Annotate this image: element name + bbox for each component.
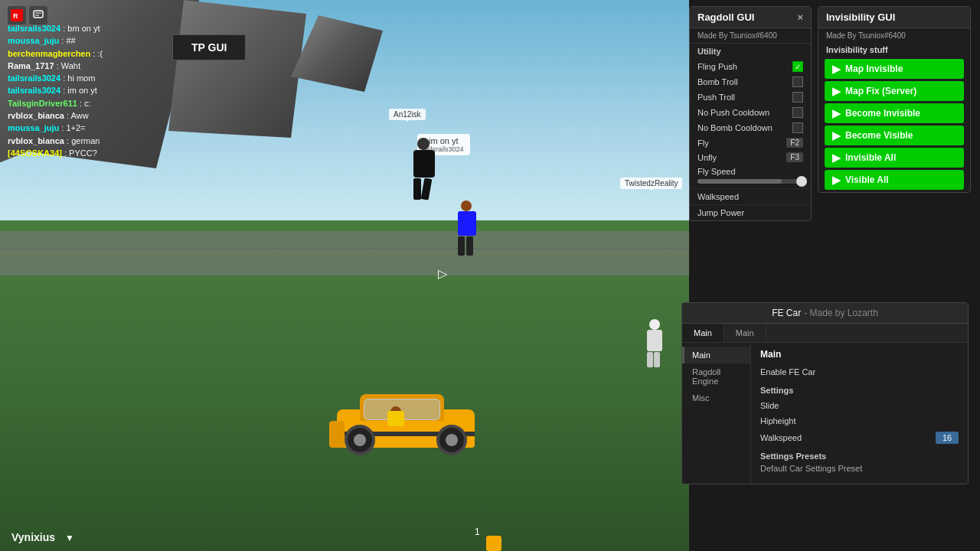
map-invisible-button[interactable]: ▶ Map Invisible [825, 59, 964, 79]
fe-car-main-content: Main Enable FE Car Settings Slide Hiphei… [751, 343, 968, 484]
bomb-troll-label: Bomb Troll [697, 77, 738, 86]
road-line [0, 248, 689, 249]
fling-push-label: Fling Push [697, 62, 737, 71]
enable-fe-car-row: Enable FE Car [760, 364, 959, 380]
chat-name: Rama_1717 [8, 61, 54, 70]
walkspeed-setting-label: Walkspeed [760, 433, 802, 442]
ragdoll-bomb-troll-row: Bomb Troll [690, 74, 811, 90]
visible-all-button[interactable]: ▶ Visible All [825, 170, 964, 190]
hipheight-row: Hipheight [760, 413, 959, 429]
no-bomb-cooldown-checkbox[interactable] [792, 122, 803, 133]
walkspeed-row: Walkspeed [690, 188, 811, 204]
push-troll-checkbox[interactable] [792, 92, 803, 103]
no-push-cooldown-checkbox[interactable] [792, 107, 803, 118]
default-preset-button[interactable]: Default Car Settings Preset [760, 464, 959, 473]
chat-name: tailsrails3024 [8, 73, 60, 83]
chat-text: : PYCC? [64, 148, 97, 158]
chat-name: tailsrails3024 [8, 24, 60, 33]
ragdoll-no-bomb-cooldown-row: No Bomb Cooldown [690, 120, 811, 135]
invisible-all-arrow: ▶ [832, 152, 841, 164]
slide-label: Slide [760, 401, 779, 410]
no-push-cooldown-label: No Push Cooldown [697, 108, 769, 117]
map-invisible-label: Map Invisible [845, 64, 903, 74]
bottom-username: Vynixius [11, 531, 55, 543]
chat-text: : 1+2= [61, 123, 85, 132]
fly-speed-label: Fly Speed [697, 167, 803, 176]
visible-all-label: Visible All [845, 174, 889, 185]
chat-message: rvblox_bianca : german [8, 135, 176, 146]
chat-panel: tailsrails3024 : bm on yt moussa_juju : … [8, 23, 176, 160]
chat-message: TailsginDriver611 : c: [8, 98, 176, 109]
tp-gui-button[interactable]: TP GUI [172, 34, 246, 60]
no-bomb-cooldown-label: No Bomb Cooldown [697, 123, 773, 132]
username-dropdown-arrow[interactable]: ▼ [65, 533, 74, 543]
ragdoll-gui: Ragdoll GUI × Made By Tsuniox#6400 Utili… [689, 6, 812, 221]
become-visible-label: Become Visible [845, 130, 913, 141]
chat-name: [44SOSKA34] [8, 148, 62, 158]
chat-name: tailsrails3024 [8, 86, 60, 95]
character-2 [458, 201, 476, 256]
chat-message: tailsrails3024 : bm on yt [8, 23, 176, 34]
fe-car-body: Main Ragdoll Engine Misc Main Enable FE … [682, 343, 968, 484]
fe-car-tab-main[interactable]: Main [682, 324, 724, 342]
map-fix-label: Map Fix (Server) [845, 86, 916, 96]
invis-credit: Made By Tsuniox#6400 [818, 28, 970, 43]
fly-speed-slider[interactable] [697, 179, 803, 184]
map-fix-server-button[interactable]: ▶ Map Fix (Server) [825, 81, 964, 101]
ragdoll-close-button[interactable]: × [797, 11, 803, 23]
chat-name: rvblox_bianca [8, 111, 64, 120]
presets-section: Settings Presets Default Car Settings Pr… [760, 447, 959, 478]
settings-section: Settings Slide Hipheight Walkspeed 16 [760, 386, 959, 447]
hipheight-label: Hipheight [760, 416, 795, 425]
chat-name: berchenmagberchen [8, 49, 90, 58]
svg-text:R: R [13, 12, 18, 20]
invisible-all-button[interactable]: ▶ Invisible All [825, 148, 964, 168]
chat-text: : ## [61, 36, 75, 45]
chat-message: [44SOSKA34] : PYCC? [8, 148, 176, 158]
invisible-all-label: Invisible All [845, 152, 896, 163]
game-viewport: tailsrails3024 : bm on yt moussa_juju : … [0, 0, 689, 551]
player-nametag-1: An12isk [389, 109, 426, 120]
chat-text: : c: [80, 99, 91, 108]
become-invisible-button[interactable]: ▶ Become Invisible [825, 103, 964, 123]
car [329, 394, 482, 455]
ragdoll-utility-title: Utility [690, 44, 811, 59]
visible-all-arrow: ▶ [832, 174, 841, 186]
hotbar-number: 1 [475, 527, 480, 537]
chat-message: berchenmagberchen : :( [8, 48, 176, 59]
fe-car-sidebar-main[interactable]: Main [682, 347, 750, 364]
chat-message: moussa_juju : 1+2= [8, 122, 176, 133]
ragdoll-no-push-cooldown-row: No Push Cooldown [690, 105, 811, 120]
chat-name: moussa_juju [8, 123, 59, 132]
fe-car-title: FE Car [772, 308, 801, 318]
fly-speed-row: Fly Speed [690, 165, 811, 188]
fly-label: Fly [697, 139, 709, 148]
chat-message: tailsrails3024 : hi mom [8, 73, 176, 83]
roblox-icon[interactable]: R [8, 6, 26, 24]
fe-car-sidebar-misc[interactable]: Misc [682, 390, 750, 406]
ragdoll-gui-header: Ragdoll GUI × [690, 7, 811, 28]
chat-message: Rama_1717 : Waht [8, 60, 176, 71]
fling-push-checkbox[interactable] [792, 61, 803, 72]
character-3 [647, 319, 662, 367]
ragdoll-gui-title: Ragdoll GUI [697, 11, 754, 23]
chat-name: rvblox_bianca [8, 136, 64, 145]
fe-car-sidebar-ragdoll[interactable]: Ragdoll Engine [682, 364, 750, 390]
fly-key: F2 [786, 138, 803, 148]
bomb-troll-checkbox[interactable] [792, 77, 803, 87]
unfly-row: Unfly F3 [690, 150, 811, 165]
fe-car-main-title: Main [760, 349, 959, 360]
become-invisible-arrow: ▶ [832, 107, 841, 119]
become-visible-button[interactable]: ▶ Become Visible [825, 126, 964, 145]
chat-message: moussa_juju : ## [8, 35, 176, 46]
fe-car-tab-main2[interactable]: Main [724, 324, 766, 342]
top-left-icons: R [8, 6, 47, 24]
invis-gui: Invisibility GUI Made By Tsuniox#6400 In… [818, 6, 971, 193]
walkspeed-value[interactable]: 16 [936, 432, 959, 444]
fe-car-credit: - Made by Lozarth [804, 308, 878, 318]
fly-speed-thumb[interactable] [796, 176, 807, 187]
chat-icon[interactable] [29, 6, 47, 24]
fly-row: Fly F2 [690, 135, 811, 150]
invis-section-title: Invisibility stuff [818, 43, 970, 57]
chat-text: : Aww [67, 111, 89, 120]
